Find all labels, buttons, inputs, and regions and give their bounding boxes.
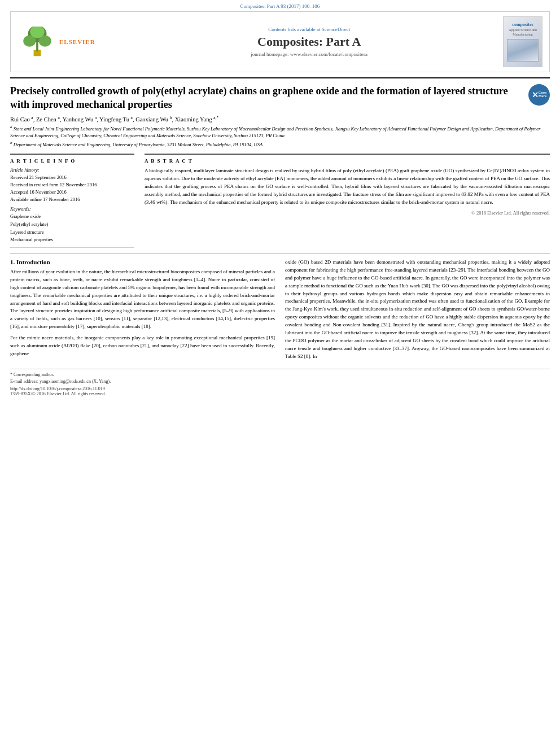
doi-bar: http://dx.doi.org/10.1016/j.compositesa.… [10, 386, 550, 396]
authors-section: Rui Cao a, Ze Chen a, Yanhong Wu a, Ying… [10, 115, 550, 123]
keywords-section: Keywords: Graphene oxide Poly(ethyl acry… [10, 206, 134, 243]
corresponding-author-note: * Corresponding author. [10, 372, 550, 378]
article-info-title: A R T I C L E I N F O [10, 158, 134, 164]
footnote-section: * Corresponding author. E-mail address: … [10, 369, 550, 385]
doi-link: http://dx.doi.org/10.1016/j.compositesa.… [10, 386, 105, 391]
authors-list: Rui Cao a, Ze Chen a, Yanhong Wu a, Ying… [10, 116, 218, 123]
issn-line: 1359-835X/© 2016 Elsevier Ltd. All right… [10, 391, 106, 396]
abstract-column: A B S T R A C T A biologically inspired,… [145, 154, 550, 247]
abstract-title: A B S T R A C T [145, 158, 550, 164]
received-revised-date: Received in revised form 12 November 201… [10, 181, 134, 189]
elsevier-logo: ELSEVIER [18, 27, 95, 58]
crossmark-badge: ✕CrossMark [528, 84, 550, 106]
section-divider [10, 254, 550, 254]
affiliations-section: a State and Local Joint Engineering Labo… [10, 125, 550, 148]
accepted-date: Accepted 16 November 2016 [10, 189, 134, 196]
journal-title: Composites: Part A [163, 34, 455, 49]
introduction-paragraph-2: For the mimic nacre materials, the inorg… [10, 334, 275, 358]
keyword-4: Mechanical properties [10, 236, 134, 244]
body-section: 1. Introduction After millions of year e… [10, 259, 550, 364]
history-label: Article history: [10, 167, 134, 173]
keywords-label: Keywords: [10, 206, 134, 212]
journal-reference: Composites: Part A 93 (2017) 100–106 [0, 0, 560, 11]
publisher-logo-area: ELSEVIER [18, 27, 163, 58]
article-info-column: A R T I C L E I N F O Article history: R… [10, 154, 134, 247]
introduction-right-paragraph-1: oxide (GO) based 2D materials have been … [285, 259, 550, 361]
elsevier-tree-icon [18, 27, 57, 58]
available-date: Available online 17 November 2016 [10, 196, 134, 203]
abstract-text: A biologically inspired, multilayer lami… [145, 167, 550, 207]
email-note: E-mail address: yangxiaoming@suda.edu.cn… [10, 378, 550, 385]
journal-header: ELSEVIER Contents lists available at Sci… [10, 11, 550, 72]
header-divider [10, 77, 550, 78]
article-title-section: Precisely controlled growth of poly(ethy… [10, 84, 550, 112]
article-title: Precisely controlled growth of poly(ethy… [10, 84, 528, 112]
journal-cover-area: composites Applied Science and Manufactu… [455, 16, 542, 67]
article-history: Article history: Received 21 September 2… [10, 167, 134, 203]
sciencedirect-link: Contents lists available at ScienceDirec… [163, 27, 455, 32]
elsevier-label: ELSEVIER [59, 38, 95, 45]
journal-cover-image: composites Applied Science and Manufactu… [503, 16, 542, 67]
body-left-column: 1. Introduction After millions of year e… [10, 259, 275, 364]
journal-title-area: Contents lists available at ScienceDirec… [163, 27, 455, 57]
received-date: Received 21 September 2016 [10, 174, 134, 181]
abstract-section: A B S T R A C T A biologically inspired,… [145, 154, 550, 216]
keyword-3: Layered structure [10, 229, 134, 237]
introduction-paragraph-1: After millions of year evolution in the … [10, 268, 275, 331]
introduction-heading: 1. Introduction [10, 259, 275, 265]
journal-homepage: journal homepage: www.elsevier.com/locat… [163, 51, 455, 57]
copyright-line: © 2016 Elsevier Ltd. All rights reserved… [145, 210, 550, 216]
affiliation-a: a State and Local Joint Engineering Labo… [10, 125, 550, 139]
article-info-box: A R T I C L E I N F O Article history: R… [10, 154, 134, 247]
body-right-column: oxide (GO) based 2D materials have been … [285, 259, 550, 364]
keyword-1: Graphene oxide [10, 213, 134, 221]
article-info-abstract: A R T I C L E I N F O Article history: R… [10, 154, 550, 247]
affiliation-b: b Department of Materials Science and En… [10, 141, 550, 148]
keyword-2: Poly(ethyl acrylate) [10, 221, 134, 229]
